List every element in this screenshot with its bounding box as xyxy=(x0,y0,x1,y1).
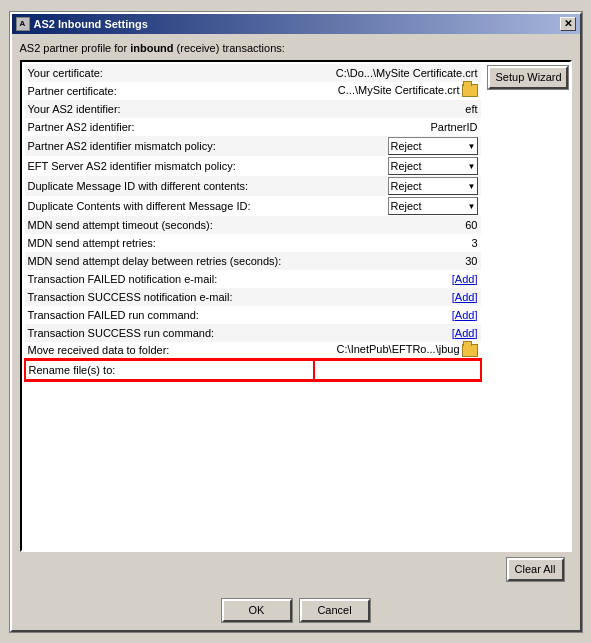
title-bar-text: A AS2 Inbound Settings xyxy=(16,17,148,31)
row-value[interactable]: RejectAcceptIgnore xyxy=(314,136,481,156)
row-label: Your certificate: xyxy=(25,64,314,82)
title-bar: A AS2 Inbound Settings ✕ xyxy=(12,14,580,34)
table-row: Transaction SUCCESS notification e-mail:… xyxy=(25,288,481,306)
bottom-bar: Clear All xyxy=(20,552,572,587)
table-row: Partner AS2 identifier mismatch policy:R… xyxy=(25,136,481,156)
setup-wizard-button[interactable]: Setup Wizard xyxy=(488,66,568,89)
row-value: C:\Do...\MySite Certificate.crt xyxy=(314,64,481,82)
select-container[interactable]: RejectAcceptIgnore xyxy=(388,157,478,175)
row-value: 30 xyxy=(314,252,481,270)
row-label: Partner AS2 identifier mismatch policy: xyxy=(25,136,314,156)
row-value: C:\InetPub\EFTRo...\jbug xyxy=(314,342,481,360)
window-title: AS2 Inbound Settings xyxy=(34,18,148,30)
file-path-text: C:\InetPub\EFTRo...\jbug xyxy=(337,343,460,355)
policy-select[interactable]: RejectAcceptIgnore xyxy=(388,137,478,155)
desc-bold: inbound xyxy=(130,42,173,54)
row-value[interactable]: RejectAcceptIgnore xyxy=(314,176,481,196)
row-label: EFT Server AS2 identifier mismatch polic… xyxy=(25,156,314,176)
table-row: EFT Server AS2 identifier mismatch polic… xyxy=(25,156,481,176)
row-value[interactable]: [Add] xyxy=(314,288,481,306)
policy-select[interactable]: RejectAcceptIgnore xyxy=(388,197,478,215)
table-row: Duplicate Contents with different Messag… xyxy=(25,196,481,216)
row-label: Partner AS2 identifier: xyxy=(25,118,314,136)
table-row: Transaction FAILED notification e-mail:[… xyxy=(25,270,481,288)
ok-cancel-bar: OK Cancel xyxy=(12,595,580,630)
row-value[interactable] xyxy=(314,360,481,380)
table-row: MDN send attempt retries:3 xyxy=(25,234,481,252)
description-text: AS2 partner profile for inbound (receive… xyxy=(20,42,572,54)
clear-all-button[interactable]: Clear All xyxy=(507,558,564,581)
table-row: Your certificate:C:\Do...\MySite Certifi… xyxy=(25,64,481,82)
policy-select[interactable]: RejectAcceptIgnore xyxy=(388,177,478,195)
row-label: MDN send attempt retries: xyxy=(25,234,314,252)
form-table-wrap: Your certificate:C:\Do...\MySite Certifi… xyxy=(24,64,482,548)
row-value[interactable]: RejectAcceptIgnore xyxy=(314,196,481,216)
row-label: Duplicate Message ID with different cont… xyxy=(25,176,314,196)
row-label: Partner certificate: xyxy=(25,82,314,100)
ok-button[interactable]: OK xyxy=(222,599,292,622)
folder-browse-icon[interactable] xyxy=(462,84,478,97)
add-link[interactable]: [Add] xyxy=(452,309,478,321)
table-row: Your AS2 identifier:eft xyxy=(25,100,481,118)
row-value[interactable]: RejectAcceptIgnore xyxy=(314,156,481,176)
form-area: Your certificate:C:\Do...\MySite Certifi… xyxy=(20,60,572,552)
row-label: Transaction SUCCESS notification e-mail: xyxy=(25,288,314,306)
row-value[interactable]: [Add] xyxy=(314,324,481,342)
row-value[interactable]: [Add] xyxy=(314,270,481,288)
row-label: Transaction FAILED run command: xyxy=(25,306,314,324)
file-path-text: C...\MySite Certificate.crt xyxy=(338,84,460,96)
select-container[interactable]: RejectAcceptIgnore xyxy=(388,137,478,155)
row-label: Rename file(s) to: xyxy=(25,360,314,380)
row-value: C...\MySite Certificate.crt xyxy=(314,82,481,100)
add-link[interactable]: [Add] xyxy=(452,273,478,285)
form-table: Your certificate:C:\Do...\MySite Certifi… xyxy=(24,64,482,381)
rename-input[interactable] xyxy=(318,362,477,378)
row-value: 60 xyxy=(314,216,481,234)
row-value: 3 xyxy=(314,234,481,252)
table-row: MDN send attempt timeout (seconds):60 xyxy=(25,216,481,234)
cancel-button[interactable]: Cancel xyxy=(300,599,370,622)
row-value: eft xyxy=(314,100,481,118)
row-label: Transaction SUCCESS run command: xyxy=(25,324,314,342)
desc-prefix: AS2 partner profile for xyxy=(20,42,131,54)
select-container[interactable]: RejectAcceptIgnore xyxy=(388,177,478,195)
table-row: Rename file(s) to: xyxy=(25,360,481,380)
row-value: PartnerID xyxy=(314,118,481,136)
table-row: Transaction SUCCESS run command:[Add] xyxy=(25,324,481,342)
row-label: MDN send attempt delay between retries (… xyxy=(25,252,314,270)
row-label: Transaction FAILED notification e-mail: xyxy=(25,270,314,288)
folder-browse-icon[interactable] xyxy=(462,344,478,357)
table-row: MDN send attempt delay between retries (… xyxy=(25,252,481,270)
window-body: AS2 partner profile for inbound (receive… xyxy=(12,34,580,595)
close-button[interactable]: ✕ xyxy=(560,17,576,31)
table-row: Transaction FAILED run command:[Add] xyxy=(25,306,481,324)
window-icon: A xyxy=(16,17,30,31)
row-label: Duplicate Contents with different Messag… xyxy=(25,196,314,216)
row-label: MDN send attempt timeout (seconds): xyxy=(25,216,314,234)
add-link[interactable]: [Add] xyxy=(452,327,478,339)
row-value[interactable]: [Add] xyxy=(314,306,481,324)
main-window: A AS2 Inbound Settings ✕ AS2 partner pro… xyxy=(10,12,582,632)
right-sidebar: Setup Wizard xyxy=(488,64,568,548)
policy-select[interactable]: RejectAcceptIgnore xyxy=(388,157,478,175)
select-container[interactable]: RejectAcceptIgnore xyxy=(388,197,478,215)
desc-suffix: (receive) transactions: xyxy=(174,42,285,54)
table-row: Partner certificate:C...\MySite Certific… xyxy=(25,82,481,100)
table-row: Move received data to folder:C:\InetPub\… xyxy=(25,342,481,360)
table-row: Duplicate Message ID with different cont… xyxy=(25,176,481,196)
table-row: Partner AS2 identifier:PartnerID xyxy=(25,118,481,136)
row-label: Your AS2 identifier: xyxy=(25,100,314,118)
row-label: Move received data to folder: xyxy=(25,342,314,360)
add-link[interactable]: [Add] xyxy=(452,291,478,303)
